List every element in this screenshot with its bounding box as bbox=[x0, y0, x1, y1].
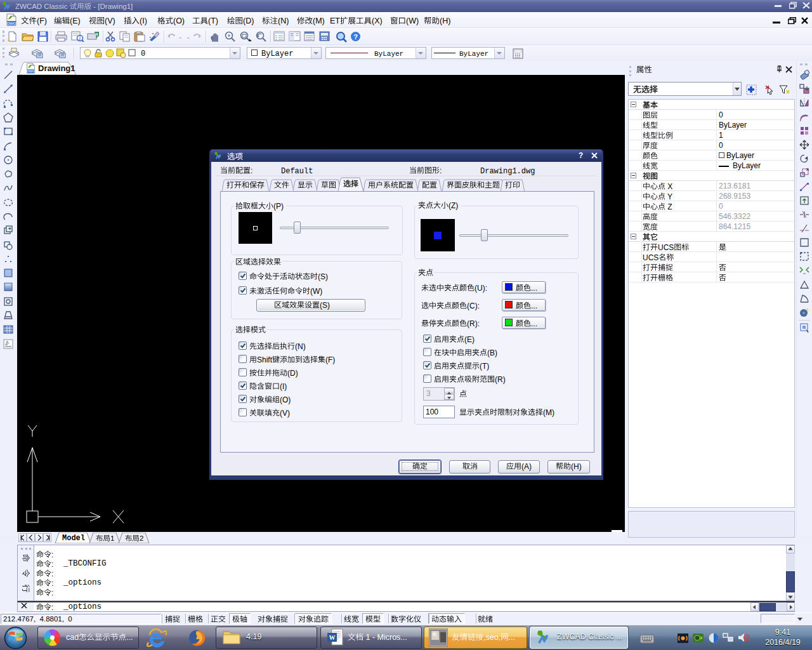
svg-text:(I): (I) bbox=[280, 382, 287, 391]
svg-text:(R): (R) bbox=[495, 375, 506, 384]
svg-text:(O): (O) bbox=[280, 395, 291, 404]
svg-text:1: 1 bbox=[110, 534, 114, 542]
svg-text:A: A bbox=[6, 340, 9, 345]
svg-text:...: ... bbox=[126, 633, 133, 642]
svg-text:(D): (D) bbox=[243, 17, 254, 25]
svg-text:UCS: UCS bbox=[643, 253, 658, 262]
svg-text::: : bbox=[51, 579, 53, 588]
svg-text:UCS: UCS bbox=[658, 243, 674, 252]
svg-text:Z: Z bbox=[665, 202, 672, 211]
svg-text:(D): (D) bbox=[287, 369, 298, 378]
svg-text::: : bbox=[51, 588, 53, 597]
svg-text:?: ? bbox=[353, 33, 358, 41]
svg-text:(U):: (U): bbox=[475, 284, 487, 293]
svg-text:...: ... bbox=[509, 633, 515, 642]
svg-text:DWG: DWG bbox=[7, 22, 16, 25]
svg-text:(I): (I) bbox=[140, 17, 147, 25]
svg-text:1 - Micros...: 1 - Micros... bbox=[363, 633, 407, 642]
svg-text:(E): (E) bbox=[464, 335, 475, 344]
svg-text:(W): (W) bbox=[310, 287, 322, 296]
svg-text:(N): (N) bbox=[278, 17, 289, 25]
svg-text:- [Drawing1]: - [Drawing1] bbox=[91, 3, 133, 10]
svg-text:2: 2 bbox=[140, 534, 143, 542]
svg-text:(H): (H) bbox=[440, 17, 450, 25]
svg-text:(B): (B) bbox=[487, 348, 497, 357]
svg-text::: : bbox=[440, 166, 442, 175]
svg-text:(E): (E) bbox=[70, 17, 81, 25]
svg-text::: : bbox=[251, 166, 252, 175]
svg-text:(T): (T) bbox=[208, 17, 218, 25]
svg-text:X: X bbox=[665, 182, 672, 191]
svg-text:(F): (F) bbox=[37, 17, 47, 25]
svg-text:(X): (X) bbox=[372, 17, 383, 25]
svg-text:(C):: (C): bbox=[467, 302, 480, 310]
svg-text:(V): (V) bbox=[105, 17, 115, 25]
svg-text:(F): (F) bbox=[325, 355, 335, 364]
svg-text:,seo,: ,seo, bbox=[483, 633, 501, 642]
svg-text:(S): (S) bbox=[320, 301, 330, 310]
svg-text::: : bbox=[51, 603, 53, 612]
svg-text:ET: ET bbox=[330, 17, 340, 25]
svg-text:W: W bbox=[329, 634, 336, 641]
svg-text:Y: Y bbox=[665, 192, 672, 201]
svg-text:...: ... bbox=[531, 302, 537, 310]
svg-text::: : bbox=[51, 550, 53, 559]
svg-text:(S): (S) bbox=[318, 272, 328, 281]
svg-text:(M): (M) bbox=[313, 17, 325, 25]
svg-text:(T): (T) bbox=[480, 362, 489, 371]
svg-text:(W): (W) bbox=[406, 17, 419, 25]
svg-text:(O): (O) bbox=[173, 17, 185, 25]
svg-text:Shift: Shift bbox=[257, 355, 273, 364]
svg-text:(N): (N) bbox=[295, 342, 306, 351]
svg-text:cad: cad bbox=[66, 633, 79, 642]
svg-text:...: ... bbox=[531, 284, 537, 293]
svg-text:(M): (M) bbox=[543, 408, 554, 417]
svg-text:ZWCAD Classic: ZWCAD Classic bbox=[15, 3, 70, 10]
svg-text:(R):: (R): bbox=[467, 319, 480, 328]
svg-text:(H): (H) bbox=[571, 462, 582, 471]
svg-text:(V): (V) bbox=[280, 409, 290, 418]
svg-text:(A): (A) bbox=[521, 462, 532, 471]
svg-text:(Z): (Z) bbox=[449, 201, 458, 210]
svg-text::: : bbox=[51, 560, 53, 569]
svg-text:...: ... bbox=[531, 319, 537, 328]
svg-text:(P): (P) bbox=[273, 202, 284, 211]
svg-text::: : bbox=[51, 569, 53, 578]
svg-text:DWG: DWG bbox=[27, 69, 35, 73]
